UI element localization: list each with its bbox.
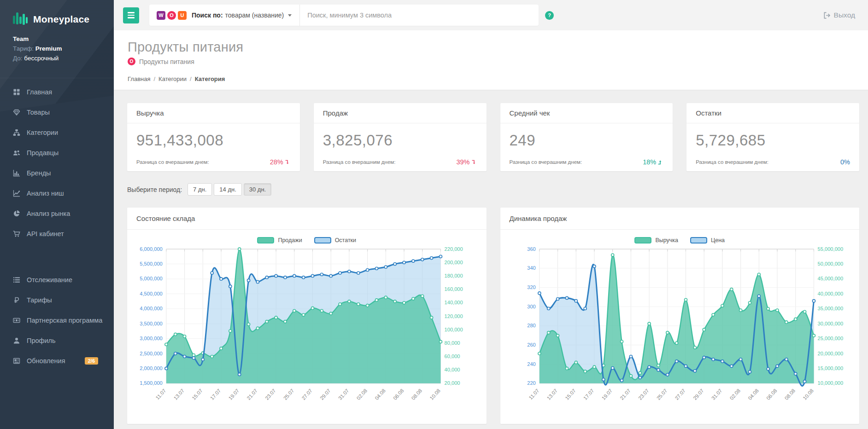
svg-text:23.07: 23.07 <box>264 388 277 401</box>
svg-text:23.07: 23.07 <box>637 388 650 401</box>
logout-button[interactable]: Выход <box>823 11 855 19</box>
money-bill-icon <box>13 317 20 324</box>
sidebar-item-label: Главная <box>27 88 52 96</box>
card-diff-label: Разница со вчерашним днем: <box>136 159 209 165</box>
topbar: WOU Поиск по: товарам (название) ? Выход <box>114 0 868 30</box>
legend-item[interactable]: Выручка <box>634 237 678 243</box>
menu-toggle-button[interactable] <box>123 7 139 23</box>
period-button-7[interactable]: 7 дн. <box>188 183 212 196</box>
svg-text:04.08: 04.08 <box>747 388 760 401</box>
card-title: Остатки <box>686 103 859 123</box>
svg-text:55,000,000: 55,000,000 <box>817 246 843 252</box>
svg-text:27.07: 27.07 <box>300 388 313 401</box>
svg-text:21.07: 21.07 <box>619 388 632 401</box>
card-diff-value: 39% <box>456 158 477 166</box>
legend-label: Цена <box>711 237 725 243</box>
svg-text:25.07: 25.07 <box>655 388 668 401</box>
svg-text:15,000,000: 15,000,000 <box>817 365 843 371</box>
sidebar-item-label: Анализ рынка <box>27 210 70 217</box>
hamburger-icon <box>128 12 135 13</box>
svg-text:31.07: 31.07 <box>710 388 723 401</box>
sidebar-item-label: Товары <box>27 109 50 116</box>
line-chart-icon <box>13 190 20 197</box>
breadcrumb-link[interactable]: Главная <box>128 75 150 82</box>
svg-text:2,000,000: 2,000,000 <box>140 365 163 371</box>
pie-chart-icon <box>13 210 20 217</box>
svg-text:4,500,000: 4,500,000 <box>140 291 163 296</box>
svg-text:10.08: 10.08 <box>802 388 815 401</box>
page-subtitle-row: O Продукты питания <box>128 58 854 65</box>
moneyplace-logo-icon <box>13 11 28 28</box>
sidebar-item-home[interactable]: Главная <box>0 82 114 102</box>
help-icon[interactable]: ? <box>545 11 554 20</box>
breadcrumb-link[interactable]: Категории <box>158 75 187 82</box>
sidebar-item-updates[interactable]: Обновления2/6 <box>0 351 114 371</box>
sidebar-item-label: Бренды <box>27 169 51 177</box>
svg-text:13.07: 13.07 <box>545 388 558 401</box>
svg-text:02.08: 02.08 <box>356 388 369 401</box>
ozon-icon: O <box>128 58 135 65</box>
warehouse-chart-svg: 6,000,0005,500,0005,000,0004,500,0004,00… <box>135 244 479 413</box>
svg-text:160,000: 160,000 <box>445 286 463 292</box>
page-subtitle-link[interactable]: Продукты питания <box>139 58 194 65</box>
sidebar-item-profile[interactable]: Профиль <box>0 330 114 351</box>
sidebar-item-sellers[interactable]: Продавцы <box>0 143 114 163</box>
sidebar-item-brands[interactable]: Бренды <box>0 163 114 183</box>
sidebar-item-categories[interactable]: Категории <box>0 122 114 143</box>
search-input[interactable] <box>300 12 539 19</box>
svg-text:20,000,000: 20,000,000 <box>817 351 843 356</box>
svg-text:21.07: 21.07 <box>246 388 258 401</box>
card-diff-value: 18% <box>643 158 663 166</box>
svg-text:5,500,000: 5,500,000 <box>140 261 163 267</box>
svg-text:3,500,000: 3,500,000 <box>140 321 163 326</box>
sidebar-item-tracking[interactable]: Отслеживание <box>0 270 114 290</box>
stat-card-остатки: Остатки5,729,685Разница со вчерашним дне… <box>686 103 859 171</box>
legend-item[interactable]: Остатки <box>314 237 356 243</box>
svg-text:1,500,000: 1,500,000 <box>140 380 163 386</box>
svg-text:220: 220 <box>527 380 536 386</box>
card-diff-label: Разница со вчерашним днем: <box>510 159 582 165</box>
newspaper-icon <box>13 357 20 365</box>
sidebar-item-api-cabinet[interactable]: API кабинет <box>0 224 114 244</box>
svg-text:80,000: 80,000 <box>445 340 460 346</box>
aliexpress-icon: U <box>178 11 187 20</box>
svg-text:08.08: 08.08 <box>783 388 796 401</box>
sidebar-item-niche-analysis[interactable]: Анализ ниш <box>0 183 114 203</box>
sidebar-item-partner-program[interactable]: Партнерская программа <box>0 310 114 330</box>
legend-item[interactable]: Продажи <box>257 237 302 243</box>
legend-swatch <box>314 237 331 243</box>
account-until: До: бессрочный <box>13 53 114 63</box>
sidebar-item-tariffs[interactable]: Тарифы <box>0 290 114 310</box>
svg-text:260: 260 <box>527 342 536 348</box>
sidebar-item-label: Отслеживание <box>27 276 72 284</box>
chart-title: Динамика продаж <box>500 208 860 230</box>
stat-cards: Выручка951,433,008Разница со вчерашним д… <box>127 103 859 171</box>
svg-text:29.07: 29.07 <box>319 388 332 401</box>
list-icon <box>13 276 20 284</box>
legend-item[interactable]: Цена <box>690 237 725 243</box>
svg-text:19.07: 19.07 <box>228 388 240 401</box>
brand-row[interactable]: Moneyplace <box>13 11 114 28</box>
sidebar-item-label: Тарифы <box>27 296 52 304</box>
sidebar-item-label: Продавцы <box>27 149 59 157</box>
svg-text:17.07: 17.07 <box>209 388 222 401</box>
sidebar-item-products[interactable]: Товары <box>0 102 114 122</box>
app-root: Moneyplace Team Тариф: Premium До: бесср… <box>0 0 868 429</box>
search-scope-dropdown[interactable]: WOU Поиск по: товарам (название) <box>149 11 299 20</box>
sidebar-item-label: Профиль <box>27 337 56 344</box>
account-name: Team <box>13 34 114 44</box>
period-button-30[interactable]: 30 дн. <box>244 183 271 196</box>
users-icon <box>13 149 20 157</box>
sidebar-item-market-analysis[interactable]: Анализ рынка <box>0 203 114 224</box>
svg-text:19.07: 19.07 <box>600 388 613 401</box>
legend-label: Остатки <box>335 237 356 243</box>
svg-text:320: 320 <box>527 284 536 290</box>
logout-label: Выход <box>834 11 855 19</box>
period-button-14[interactable]: 14 дн. <box>214 183 241 196</box>
period-label: Выберите период: <box>127 186 182 193</box>
chart-legend: ВыручкаЦена <box>500 230 860 244</box>
svg-text:300: 300 <box>527 304 536 309</box>
sidebar-item-label: Анализ ниш <box>27 190 64 197</box>
svg-text:10,000,000: 10,000,000 <box>817 380 843 386</box>
updates-badge: 2/6 <box>85 357 98 365</box>
